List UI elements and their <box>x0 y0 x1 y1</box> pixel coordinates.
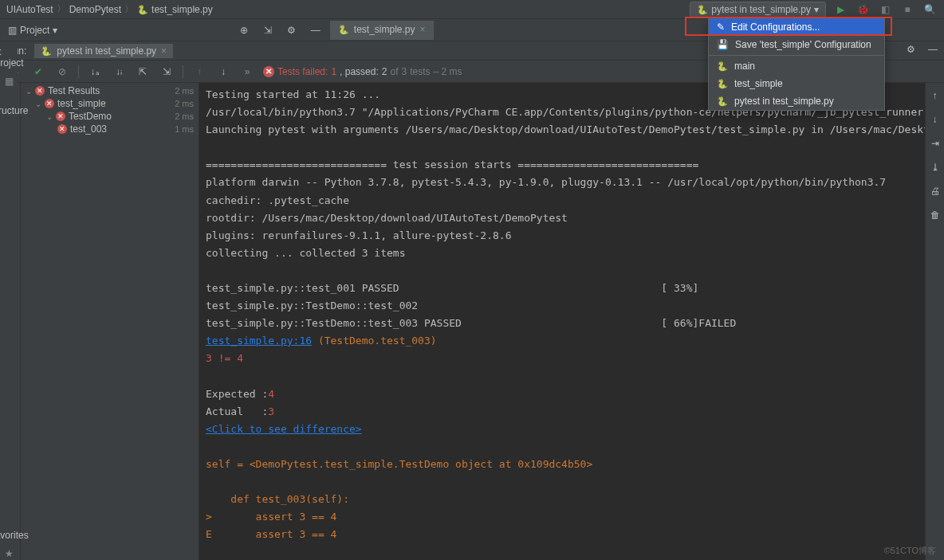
right-gutter: ↑ ↓ ⇥ ⤓ 🖨 🗑 <box>925 83 944 560</box>
diff-link[interactable]: <Click to see difference> <box>206 423 362 435</box>
collapse-icon[interactable]: ⇲ <box>260 22 276 38</box>
python-file-icon <box>338 24 349 35</box>
run-tab[interactable]: pytest in test_simple.py × <box>34 44 173 58</box>
project-view-selector[interactable]: ▥ Project ▾ <box>0 25 65 36</box>
tree-label: test_003 <box>70 123 107 135</box>
sort-button[interactable]: ↓ₐ <box>87 64 103 80</box>
fail-icon: ✕ <box>56 112 65 121</box>
locate-icon[interactable]: ⊕ <box>236 22 252 38</box>
tree-item[interactable]: ⌄ ✕ TestDemo 2 ms <box>21 110 199 123</box>
down-arrow-icon[interactable]: ↓ <box>927 112 943 127</box>
collapse-button[interactable]: ⇲ <box>159 64 175 80</box>
python-file-icon <box>137 4 148 15</box>
dropdown-label: Edit Configurations... <box>731 22 820 33</box>
tree-time: 1 ms <box>175 124 194 134</box>
run-tab-label: pytest in test_simple.py <box>57 45 156 57</box>
fail-icon: ✕ <box>45 99 54 108</box>
tool-window-bar: 1: Project ▦ 7: Structure 2: Favorites ★ <box>0 41 18 560</box>
failed-count: 1 <box>331 66 336 77</box>
edit-icon: ✎ <box>717 22 725 33</box>
dropdown-label: test_simple <box>734 78 783 89</box>
structure-toolwindow-button[interactable]: 7: Structure <box>0 94 28 116</box>
structure-icon[interactable]: ▦ <box>2 75 15 88</box>
prev-button[interactable]: ↑ <box>191 64 207 80</box>
sort-button-2[interactable]: ↓ᵢ <box>111 64 127 80</box>
console-line: Expected : <box>206 388 268 400</box>
editor-tab[interactable]: test_simple.py × <box>330 21 434 40</box>
fail-icon: ✕ <box>35 86 45 96</box>
toggle-ignored-button[interactable]: ⊘ <box>54 64 70 80</box>
tests-label: tests <box>410 66 430 77</box>
tree-time: 2 ms <box>175 86 194 96</box>
console-value: 4 <box>268 388 274 400</box>
dropdown-item-edit-configurations[interactable]: ✎ Edit Configurations... <box>709 18 884 36</box>
dropdown-item-pytest[interactable]: pytest in test_simple.py <box>709 92 884 110</box>
tree-item[interactable]: ✕ test_003 1 ms <box>21 123 199 135</box>
console-value: 3 <box>268 405 274 417</box>
tree-label: TestDemo <box>69 111 112 122</box>
tree-root[interactable]: ⌄ ✕ Test Results 2 ms <box>21 84 199 97</box>
divider <box>183 65 183 78</box>
expand-button[interactable]: ⇱ <box>135 64 151 80</box>
chevron-down-icon: ▾ <box>53 25 57 36</box>
minimize-icon[interactable]: — <box>925 41 941 57</box>
tree-time: 2 ms <box>175 112 194 121</box>
console-line: Testing started at 11:26 ... <box>206 88 380 100</box>
pytest-icon <box>697 4 708 15</box>
toggle-pass-button[interactable]: ✔ <box>30 64 46 80</box>
file-link[interactable]: test_simple.py:16 <box>206 335 312 347</box>
tree-item[interactable]: ⌄ ✕ test_simple 2 ms <box>21 97 199 110</box>
minimize-icon[interactable]: — <box>308 22 324 38</box>
test-summary: ✕ Tests failed: 1 , passed: 2 of 3 tests… <box>263 66 462 77</box>
breadcrumb-item[interactable]: DemoPytest <box>69 4 121 15</box>
console-line: platform darwin -- Python 3.7.8, pytest-… <box>206 176 886 188</box>
python-icon <box>717 78 728 89</box>
up-arrow-icon[interactable]: ↑ <box>927 88 943 104</box>
dropdown-item-main[interactable]: main <box>709 57 884 75</box>
console-line: test_simple.py::TestDemo::test_002 <box>206 300 424 311</box>
tree-time: 2 ms <box>175 99 194 108</box>
console-output[interactable]: Testing started at 11:26 ... /usr/local/… <box>199 83 925 560</box>
python-icon <box>717 61 728 72</box>
fail-icon: ✕ <box>57 124 67 134</box>
console-line: rootdir: /Users/mac/Desktop/download/UIA… <box>206 212 568 224</box>
debug-button[interactable]: 🐞 <box>855 2 871 18</box>
failed-label: Tests failed: <box>277 66 328 77</box>
breadcrumb-item[interactable]: test_simple.py <box>151 4 213 15</box>
pytest-icon <box>41 45 52 57</box>
close-icon[interactable]: × <box>161 45 167 57</box>
project-toolwindow-button[interactable]: 1: Project <box>0 46 24 69</box>
tab-label: test_simple.py <box>354 24 415 35</box>
breadcrumb: UIAutoTest 〉 DemoPytest 〉 test_simple.py <box>6 2 690 16</box>
search-button[interactable]: 🔍 <box>922 2 938 18</box>
project-label: Project <box>20 25 49 36</box>
gear-icon[interactable]: ⚙ <box>284 22 300 38</box>
console-line: ============================= test sessi… <box>206 159 698 170</box>
soft-wrap-icon[interactable]: ⇥ <box>927 135 943 151</box>
dropdown-item-test-simple[interactable]: test_simple <box>709 75 884 92</box>
scroll-end-icon[interactable]: ⤓ <box>927 159 943 175</box>
run-config-label: pytest in test_simple.py <box>711 4 811 15</box>
fail-icon: ✕ <box>263 66 274 77</box>
divider <box>78 65 79 78</box>
console-line: test_simple.py::TestDemo::test_003 PASSE… <box>206 317 736 329</box>
more-button[interactable]: » <box>239 64 255 80</box>
close-icon[interactable]: × <box>420 24 426 35</box>
coverage-button[interactable]: ◧ <box>877 2 893 18</box>
stop-button[interactable]: ■ <box>899 2 915 18</box>
console-line: (TestDemo.test_003) <box>312 335 437 347</box>
console-line: plugins: rerunfailures-9.1.1, allure-pyt… <box>206 229 512 241</box>
console-line: collecting ... collected 3 items <box>206 247 405 259</box>
print-icon[interactable]: 🖨 <box>927 183 943 199</box>
favorites-toolwindow-button[interactable]: 2: Favorites <box>0 519 29 541</box>
dropdown-item-save-configuration[interactable]: 💾 Save 'test_simple' Configuration <box>709 36 884 53</box>
trash-icon[interactable]: 🗑 <box>927 207 943 223</box>
run-config-selector[interactable]: pytest in test_simple.py ▾ <box>690 2 826 18</box>
watermark: ©51CTO博客 <box>884 545 936 557</box>
breadcrumb-item[interactable]: UIAutoTest <box>6 4 53 15</box>
next-button[interactable]: ↓ <box>215 64 231 80</box>
folder-icon: ▥ <box>8 25 17 36</box>
console-line: def test_003(self): <box>206 493 349 505</box>
gear-icon[interactable]: ⚙ <box>903 41 918 57</box>
run-button[interactable]: ▶ <box>832 2 848 18</box>
